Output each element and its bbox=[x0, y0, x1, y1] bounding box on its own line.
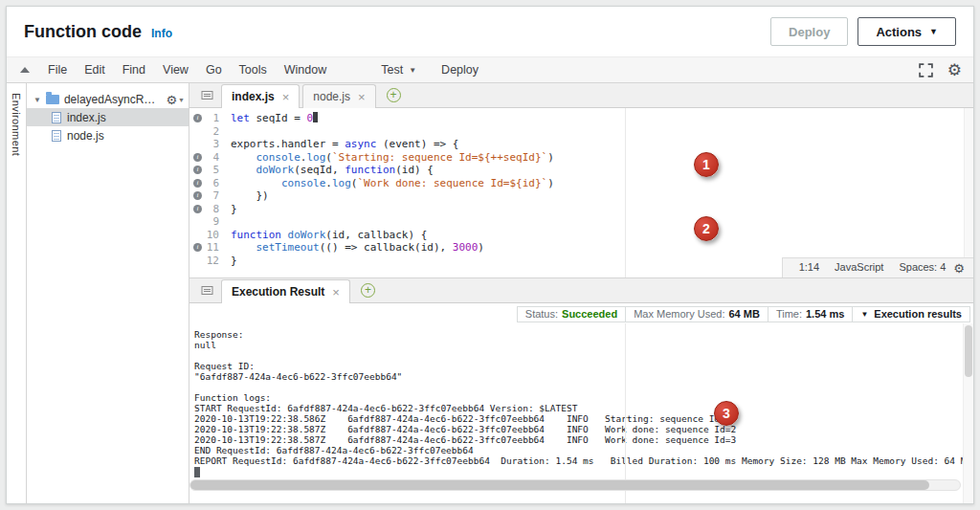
code-token: (event) => { bbox=[376, 138, 458, 150]
print-margin bbox=[625, 108, 626, 277]
new-tab-icon[interactable]: + bbox=[361, 283, 375, 298]
scrollbar-thumb[interactable] bbox=[190, 480, 929, 490]
settings-gear-icon[interactable]: ⚙ bbox=[947, 62, 962, 78]
spaces-setting[interactable]: Spaces: 4 bbox=[891, 261, 953, 275]
statusbar-gear-icon[interactable]: ⚙ bbox=[953, 262, 965, 275]
memory-chip: Max Memory Used: 64 MB bbox=[625, 306, 768, 322]
deploy-button[interactable]: Deploy bbox=[770, 17, 848, 46]
code-line[interactable]: exports.handler = async (event) => { bbox=[231, 138, 973, 151]
close-tab-icon[interactable]: × bbox=[358, 90, 366, 104]
code-line[interactable]: } bbox=[231, 203, 973, 216]
code-line[interactable] bbox=[231, 125, 973, 139]
menu-item-find[interactable]: Find bbox=[114, 63, 154, 77]
text-cursor bbox=[313, 112, 318, 122]
tab-list-icon[interactable] bbox=[201, 89, 213, 101]
menu-item-file[interactable]: File bbox=[39, 63, 76, 77]
menu-item-window[interactable]: Window bbox=[276, 63, 335, 77]
gutter-line[interactable]: i7 bbox=[189, 189, 226, 203]
code-line[interactable]: console.log(`Starting: sequence Id=${++s… bbox=[231, 151, 973, 165]
info-annotation-icon: i bbox=[193, 114, 202, 122]
execution-output-area[interactable]: Response: null Request ID: "6afdf887-424… bbox=[189, 323, 973, 503]
gutter-line[interactable]: i6 bbox=[189, 177, 226, 190]
code-line[interactable]: console.log(`Work done: sequence Id=${id… bbox=[231, 177, 973, 190]
tab-node-js[interactable]: node.js× bbox=[302, 84, 375, 108]
horizontal-scrollbar[interactable] bbox=[189, 479, 961, 491]
environment-tab[interactable]: Environment bbox=[7, 83, 27, 503]
menu-item-edit[interactable]: Edit bbox=[76, 63, 114, 77]
gutter-line[interactable]: 3 bbox=[189, 138, 226, 151]
code-line[interactable]: doWork(seqId, function(id) { bbox=[231, 164, 973, 177]
code-token: 3000 bbox=[453, 241, 479, 254]
menu-item-go[interactable]: Go bbox=[197, 63, 231, 77]
gutter-line[interactable]: i11 bbox=[189, 241, 226, 255]
close-tab-icon[interactable]: × bbox=[332, 285, 340, 299]
code-token: (seqId, bbox=[294, 164, 345, 176]
line-number: 9 bbox=[212, 215, 226, 228]
time-label: Time: bbox=[776, 308, 802, 320]
code-line[interactable]: function doWork(id, callback) { bbox=[231, 229, 973, 242]
info-annotation-icon: i bbox=[193, 153, 202, 162]
editor-scrollbar-track[interactable] bbox=[964, 108, 973, 277]
annotation-badge-3: 3 bbox=[714, 401, 739, 426]
code-line[interactable]: }) bbox=[231, 189, 973, 203]
language-mode[interactable]: JavaScript bbox=[827, 261, 891, 275]
time-value: 1.54 ms bbox=[806, 308, 844, 320]
workspace: Environment ▼ delayedAsyncReturn ⚙▼ inde… bbox=[7, 83, 973, 503]
gutter-line[interactable]: i1 bbox=[189, 112, 226, 125]
gutter-line[interactable]: 9 bbox=[189, 215, 226, 229]
test-menu[interactable]: Test ▼ bbox=[375, 63, 422, 77]
info-annotation-icon: i bbox=[193, 166, 202, 174]
code-token: console bbox=[256, 151, 301, 164]
tree-folder-row[interactable]: ▼ delayedAsyncReturn ⚙▼ bbox=[27, 91, 189, 108]
editor-code[interactable]: let seqId = 0exports.handler = async (ev… bbox=[226, 112, 973, 277]
tree-settings-gear-icon[interactable]: ⚙▼ bbox=[166, 94, 185, 106]
fullscreen-icon[interactable] bbox=[919, 63, 933, 78]
tab-index-js[interactable]: index.js× bbox=[221, 84, 300, 108]
code-token: console bbox=[281, 177, 325, 189]
close-tab-icon[interactable]: × bbox=[282, 90, 290, 104]
tree-file-node-js[interactable]: node.js bbox=[27, 126, 189, 144]
js-file-icon bbox=[52, 130, 61, 142]
code-token: `Work done: sequence Id=${id}` bbox=[357, 177, 547, 189]
code-token: seqId = bbox=[250, 112, 307, 124]
tab-list-icon[interactable] bbox=[201, 284, 213, 297]
code-line[interactable] bbox=[231, 215, 973, 229]
code-editor[interactable]: i123i4i5i6i7i8910i1112 let seqId = 0expo… bbox=[189, 108, 973, 278]
actions-button[interactable]: Actions ▼ bbox=[858, 17, 956, 46]
editor-tabbar: index.js×node.js× + bbox=[189, 83, 973, 108]
collapse-menu-icon[interactable] bbox=[20, 67, 30, 73]
menu-item-view[interactable]: View bbox=[154, 63, 197, 77]
new-tab-icon[interactable]: + bbox=[387, 88, 401, 102]
cursor-position[interactable]: 1:14 bbox=[791, 261, 827, 275]
annotation-badge-1: 1 bbox=[694, 152, 719, 177]
execution-results-dropdown[interactable]: ▼ Execution results bbox=[852, 306, 970, 322]
caret-down-icon: ▼ bbox=[409, 66, 416, 75]
line-number: 1 bbox=[212, 112, 226, 124]
gutter-line[interactable]: 12 bbox=[189, 255, 226, 268]
tab-execution-result[interactable]: Execution Result × bbox=[221, 279, 350, 303]
code-token: function bbox=[345, 164, 395, 176]
editor-statusbar: 1:14 JavaScript Spaces: 4 ⚙ bbox=[782, 257, 973, 277]
gutter-line[interactable]: 10 bbox=[189, 229, 226, 242]
menu-item-tools[interactable]: Tools bbox=[231, 63, 276, 77]
gutter-line[interactable]: i4 bbox=[189, 151, 226, 165]
deploy-menu-item[interactable]: Deploy bbox=[435, 63, 484, 77]
line-number: 4 bbox=[212, 151, 226, 164]
gutter-line[interactable]: i5 bbox=[189, 164, 226, 177]
code-line[interactable]: setTimeout(() => callback(id), 3000) bbox=[231, 241, 973, 255]
code-line[interactable]: let seqId = 0 bbox=[231, 112, 973, 125]
line-number: 8 bbox=[212, 203, 226, 215]
gutter-line[interactable]: i8 bbox=[189, 203, 226, 216]
info-link[interactable]: Info bbox=[151, 27, 172, 40]
scrollbar-thumb[interactable] bbox=[965, 325, 972, 377]
results-tabbar: Execution Result × + bbox=[189, 278, 973, 303]
gutter-line[interactable]: 2 bbox=[189, 125, 226, 139]
folder-expand-icon[interactable]: ▼ bbox=[33, 96, 41, 104]
code-token: log bbox=[306, 151, 325, 164]
line-number: 6 bbox=[212, 177, 226, 189]
vertical-scrollbar[interactable] bbox=[963, 323, 973, 503]
tree-files: index.jsnode.js bbox=[27, 108, 189, 144]
menubar-items: FileEditFindViewGoToolsWindow bbox=[39, 63, 335, 77]
code-token: }) bbox=[231, 189, 269, 202]
tree-file-index-js[interactable]: index.js bbox=[27, 108, 189, 126]
